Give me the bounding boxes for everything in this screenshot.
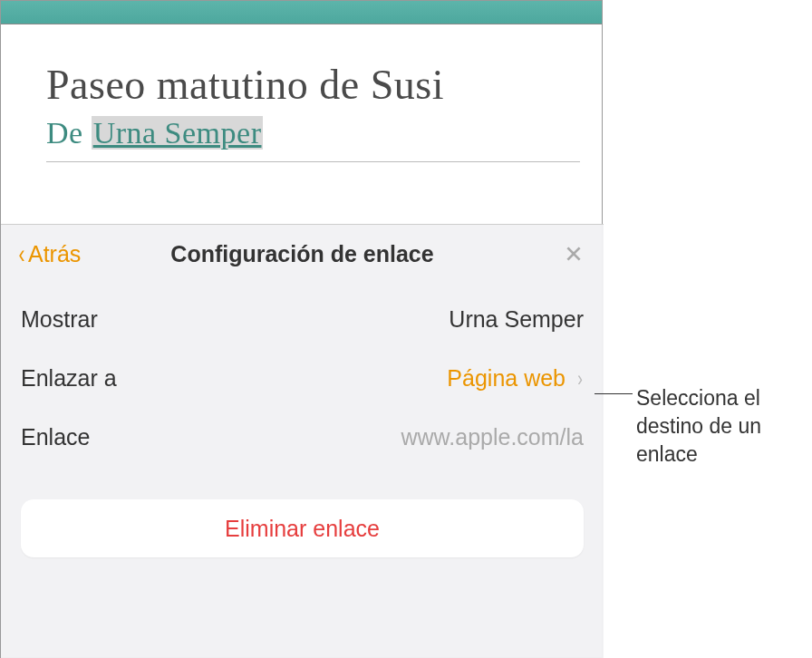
close-icon — [564, 244, 584, 264]
link-to-row[interactable]: Enlazar a Página web › — [21, 349, 584, 408]
chevron-right-icon: › — [577, 366, 583, 392]
link-url-value: www.apple.com/la — [401, 424, 584, 450]
selected-hyperlink-text[interactable]: Urna Semper — [92, 116, 264, 150]
display-text-row[interactable]: Mostrar Urna Semper — [21, 290, 584, 349]
display-label: Mostrar — [21, 306, 98, 333]
callout-annotation: Selecciona el destino de un enlace — [636, 384, 799, 469]
back-label: Atrás — [28, 241, 81, 267]
close-button[interactable] — [564, 244, 584, 264]
document-canvas[interactable]: Paseo matutino de Susi De Urna Semper — [1, 24, 602, 222]
document-byline: De Urna Semper — [46, 116, 580, 150]
document-title: Paseo matutino de Susi — [46, 61, 580, 109]
link-settings-popover: ‹ Atrás Configuración de enlace Mostrar … — [1, 224, 604, 658]
app-window: Paseo matutino de Susi De Urna Semper ‹ … — [0, 0, 603, 658]
display-value: Urna Semper — [449, 306, 584, 333]
link-to-value: Página web — [447, 365, 566, 392]
callout-leader-line — [594, 393, 633, 394]
divider — [46, 161, 580, 162]
link-url-label: Enlace — [21, 424, 90, 450]
remove-link-button[interactable]: Eliminar enlace — [21, 499, 584, 557]
back-button[interactable]: ‹ Atrás — [17, 238, 81, 269]
byline-prefix: De — [46, 116, 92, 150]
settings-list: Mostrar Urna Semper Enlazar a Página web… — [1, 283, 604, 474]
title-bar — [1, 1, 602, 24]
link-url-row[interactable]: Enlace www.apple.com/la — [21, 408, 584, 467]
remove-link-label: Eliminar enlace — [225, 516, 380, 542]
popover-header: ‹ Atrás Configuración de enlace — [1, 225, 604, 283]
link-to-label: Enlazar a — [21, 365, 117, 392]
popover-title: Configuración de enlace — [170, 241, 433, 267]
chevron-left-icon: ‹ — [19, 238, 25, 269]
